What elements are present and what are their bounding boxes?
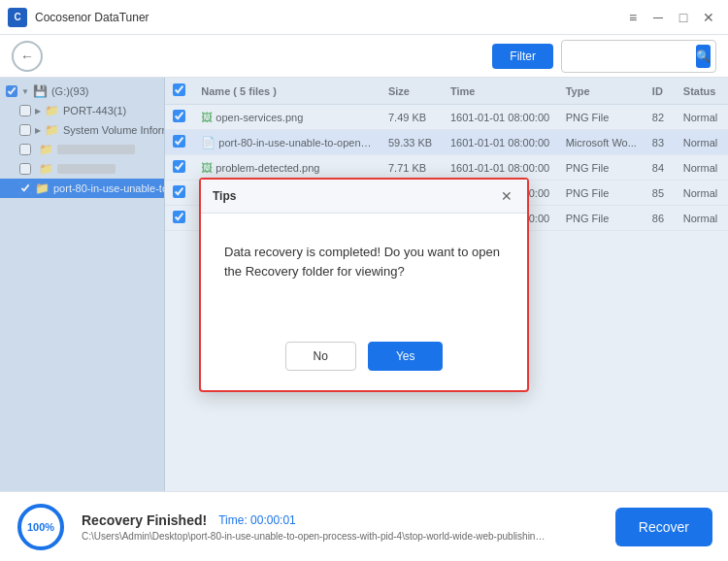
status-title-row: Recovery Finished! Time: 00:00:01 <box>82 512 600 528</box>
tips-modal: Tips ✕ Data recovery is completed! Do yo… <box>199 178 529 392</box>
minimize-button[interactable]: ─ <box>646 6 670 29</box>
recover-button[interactable]: Recover <box>615 508 712 546</box>
back-button[interactable]: ← <box>12 41 43 72</box>
status-bar: 100% Recovery Finished! Time: 00:00:01 C… <box>0 491 728 561</box>
search-button[interactable]: 🔍 <box>696 45 711 68</box>
modal-footer: No Yes <box>201 330 527 390</box>
modal-body: Data recovery is completed! Do you want … <box>201 214 527 330</box>
maximize-button[interactable]: □ <box>672 6 695 29</box>
title-bar: C Cocosenor DataTuner ≡ ─ □ ✕ <box>0 0 728 35</box>
title-bar-controls: ≡ ─ □ ✕ <box>621 6 720 29</box>
recovery-path: C:\Users\Admin\Desktop\port-80-in-use-un… <box>82 531 547 542</box>
toolbar: ← Filter 🔍 <box>0 35 728 78</box>
status-info: Recovery Finished! Time: 00:00:01 C:\Use… <box>82 512 600 542</box>
modal-close-button[interactable]: ✕ <box>498 187 515 205</box>
modal-message: Data recovery is completed! Do you want … <box>224 245 500 280</box>
toolbar-left: ← <box>12 41 43 72</box>
modal-no-button[interactable]: No <box>285 342 356 371</box>
toolbar-right: Filter 🔍 <box>492 40 716 73</box>
filter-button[interactable]: Filter <box>492 44 553 69</box>
search-box: 🔍 <box>561 40 716 73</box>
modal-title: Tips <box>213 189 236 203</box>
search-input[interactable] <box>570 50 696 63</box>
modal-overlay: Tips ✕ Data recovery is completed! Do yo… <box>0 78 728 491</box>
progress-circle: 100% <box>16 502 66 552</box>
close-button[interactable]: ✕ <box>697 6 720 29</box>
recovery-status-title: Recovery Finished! <box>82 512 207 528</box>
menu-button[interactable]: ≡ <box>621 6 645 29</box>
progress-percent: 100% <box>27 521 54 533</box>
app-icon: C <box>8 8 27 27</box>
modal-header: Tips ✕ <box>201 180 527 214</box>
app-title: Cocosenor DataTuner <box>35 11 149 24</box>
title-bar-left: C Cocosenor DataTuner <box>8 8 149 27</box>
recovery-time: Time: 00:00:01 <box>218 513 296 527</box>
modal-yes-button[interactable]: Yes <box>368 342 444 371</box>
